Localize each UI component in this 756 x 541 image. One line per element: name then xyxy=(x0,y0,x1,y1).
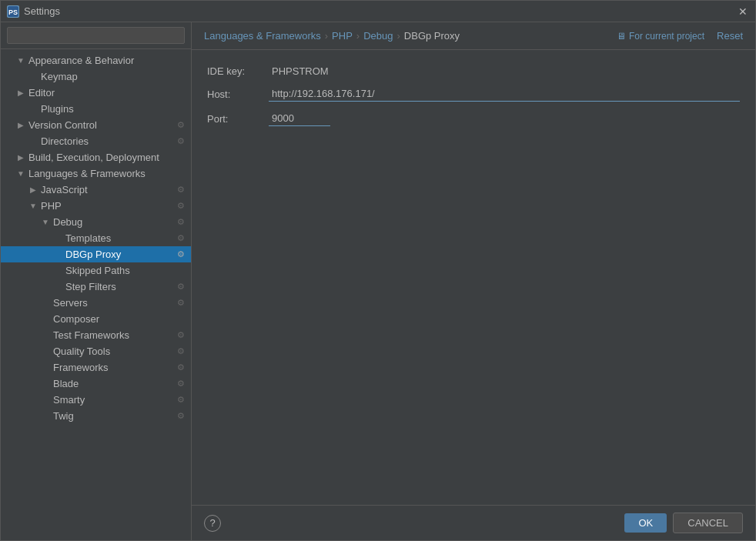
chevron-icon: ▶ xyxy=(16,88,25,98)
sidebar-item-frameworks[interactable]: Frameworks ⚙ xyxy=(1,359,191,376)
chevron-icon xyxy=(41,331,50,340)
host-input[interactable] xyxy=(269,86,740,102)
sidebar-item-php[interactable]: ▼ PHP ⚙ xyxy=(1,198,191,214)
sidebar-item-label: DBGp Proxy xyxy=(65,249,121,260)
sidebar-item-blade[interactable]: Blade ⚙ xyxy=(1,376,191,392)
sidebar-item-debug[interactable]: ▼ Debug ⚙ xyxy=(1,214,191,230)
chevron-icon: ▶ xyxy=(16,153,25,162)
gear-icon: ⚙ xyxy=(177,249,185,259)
breadcrumb-item-php[interactable]: PHP xyxy=(332,30,353,42)
sidebar-item-label: Appearance & Behavior xyxy=(28,55,134,66)
breadcrumb-bar: Languages & Frameworks › PHP › Debug › D… xyxy=(192,22,755,50)
gear-icon: ⚙ xyxy=(177,282,185,292)
sidebar-item-composer[interactable]: Composer xyxy=(1,311,191,327)
sidebar-item-dbgp-proxy[interactable]: DBGp Proxy ⚙ xyxy=(1,246,191,262)
sidebar-item-languages-frameworks[interactable]: ▼ Languages & Frameworks xyxy=(1,165,191,182)
sidebar-item-templates[interactable]: Templates ⚙ xyxy=(1,230,191,246)
close-button[interactable]: ✕ xyxy=(737,5,749,18)
chevron-icon xyxy=(41,363,50,372)
cancel-button[interactable]: CANCEL xyxy=(673,513,743,533)
chevron-icon xyxy=(41,315,50,324)
gear-icon: ⚙ xyxy=(177,233,185,243)
sidebar-item-label: Keymap xyxy=(41,71,78,82)
sidebar-item-label: Templates xyxy=(65,232,111,244)
chevron-icon: ▼ xyxy=(16,56,25,65)
sidebar-item-label: Blade xyxy=(53,378,79,389)
app-icon: PS xyxy=(7,5,19,18)
sidebar-item-label: Version Control xyxy=(28,119,97,131)
chevron-icon: ▶ xyxy=(16,121,25,130)
sidebar-item-label: Quality Tools xyxy=(53,346,110,357)
sidebar-item-version-control[interactable]: ▶ Version Control ⚙ xyxy=(1,117,191,133)
form-area: IDE key: PHPSTROM Host: Port: xyxy=(192,50,755,505)
sidebar-item-javascript[interactable]: ▶ JavaScript ⚙ xyxy=(1,182,191,198)
sidebar-item-skipped-paths[interactable]: Skipped Paths xyxy=(1,262,191,279)
port-label: Port: xyxy=(207,113,269,125)
sidebar-item-label: Servers xyxy=(53,297,88,309)
chevron-icon xyxy=(53,234,62,243)
gear-icon: ⚙ xyxy=(177,185,185,195)
gear-icon: ⚙ xyxy=(177,379,185,389)
sidebar-item-label: Skipped Paths xyxy=(65,265,130,276)
ide-key-label: IDE key: xyxy=(207,65,269,77)
search-box: 🔍 xyxy=(1,22,191,49)
chevron-icon: ▼ xyxy=(28,202,38,211)
sidebar-item-label: Smarty xyxy=(53,394,85,406)
ok-button[interactable]: OK xyxy=(624,513,667,533)
gear-icon: ⚙ xyxy=(177,201,185,211)
breadcrumb-item-languages[interactable]: Languages & Frameworks xyxy=(204,30,321,42)
chevron-icon xyxy=(41,379,50,389)
chevron-icon xyxy=(28,105,38,114)
for-current-project: 🖥 For current project xyxy=(617,31,704,42)
settings-tree: ▼ Appearance & Behavior Keymap ▶ Editor … xyxy=(1,49,191,540)
search-input[interactable] xyxy=(7,27,185,44)
sidebar-item-step-filters[interactable]: Step Filters ⚙ xyxy=(1,279,191,295)
sidebar-item-quality-tools[interactable]: Quality Tools ⚙ xyxy=(1,343,191,359)
sidebar-item-label: Debug xyxy=(53,216,82,228)
sidebar-item-label: Frameworks xyxy=(53,362,109,373)
gear-icon: ⚙ xyxy=(177,298,185,308)
sidebar-item-label: Step Filters xyxy=(65,281,116,292)
sidebar-item-smarty[interactable]: Smarty ⚙ xyxy=(1,392,191,408)
breadcrumb: Languages & Frameworks › PHP › Debug › D… xyxy=(204,30,617,42)
gear-icon: ⚙ xyxy=(177,346,185,356)
chevron-icon xyxy=(53,250,62,259)
sidebar-item-label: Directories xyxy=(41,135,89,147)
chevron-icon: ▼ xyxy=(41,218,50,227)
sidebar-item-label: PHP xyxy=(41,200,62,212)
sidebar-item-twig[interactable]: Twig ⚙ xyxy=(1,408,191,424)
sidebar-item-label: Test Frameworks xyxy=(53,329,129,341)
sidebar-item-label: Languages & Frameworks xyxy=(28,168,146,179)
sidebar-item-keymap[interactable]: Keymap xyxy=(1,68,191,85)
settings-window: PS Settings ✕ 🔍 ▼ Appearance & Behavior xyxy=(0,0,756,541)
sidebar-item-label: Twig xyxy=(53,410,74,422)
main-panel: Languages & Frameworks › PHP › Debug › D… xyxy=(192,22,755,540)
ide-key-value: PHPSTROM xyxy=(272,65,329,77)
chevron-icon xyxy=(41,396,50,405)
chevron-icon: ▼ xyxy=(16,169,25,179)
help-button[interactable]: ? xyxy=(204,515,221,532)
sidebar-item-label: Editor xyxy=(28,87,55,99)
sidebar-item-servers[interactable]: Servers ⚙ xyxy=(1,295,191,311)
host-label: Host: xyxy=(207,88,269,100)
sidebar-item-test-frameworks[interactable]: Test Frameworks ⚙ xyxy=(1,327,191,343)
sidebar: 🔍 ▼ Appearance & Behavior Keymap ▶ xyxy=(1,22,192,540)
gear-icon: ⚙ xyxy=(177,411,185,421)
sidebar-item-directories[interactable]: Directories ⚙ xyxy=(1,133,191,149)
sidebar-item-plugins[interactable]: Plugins xyxy=(1,101,191,117)
chevron-icon: ▶ xyxy=(28,185,38,195)
chevron-icon xyxy=(53,266,62,276)
sidebar-item-editor[interactable]: ▶ Editor xyxy=(1,85,191,101)
breadcrumb-item-debug[interactable]: Debug xyxy=(363,30,393,42)
sidebar-item-label: Build, Execution, Deployment xyxy=(28,152,159,163)
footer: ? OK CANCEL xyxy=(192,505,755,540)
chevron-icon xyxy=(53,282,62,292)
gear-icon: ⚙ xyxy=(177,395,185,405)
reset-button[interactable]: Reset xyxy=(717,30,743,42)
chevron-icon xyxy=(41,347,50,356)
sidebar-item-appearance-behavior[interactable]: ▼ Appearance & Behavior xyxy=(1,52,191,68)
sidebar-item-build-exec-deploy[interactable]: ▶ Build, Execution, Deployment xyxy=(1,149,191,165)
breadcrumb-sep: › xyxy=(356,30,360,42)
port-input[interactable] xyxy=(269,111,330,126)
sidebar-item-label: Plugins xyxy=(41,103,74,115)
